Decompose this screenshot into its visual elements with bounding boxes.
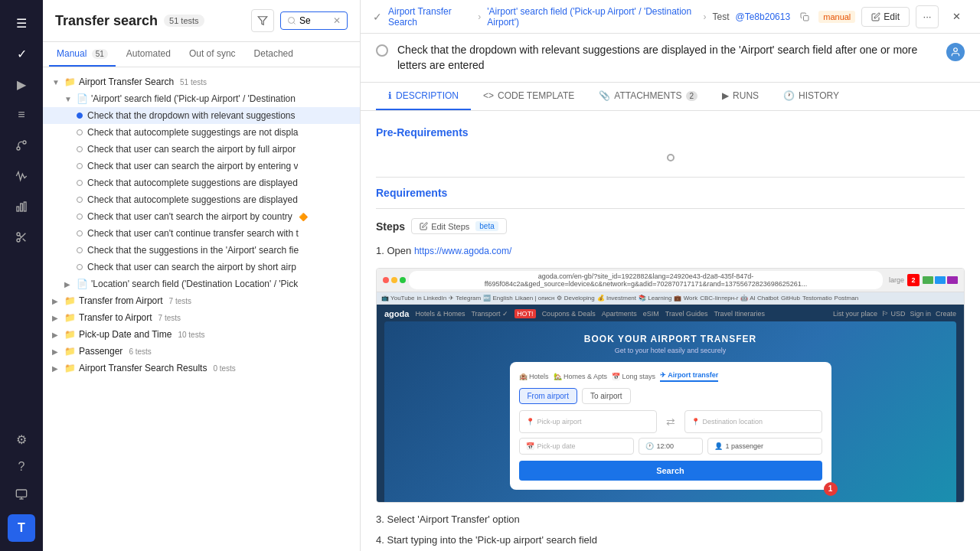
to-airport-tab[interactable]: To airport	[582, 388, 631, 404]
pre-requirements-title: Pre-Requirements	[376, 126, 965, 139]
tree-folder-to-airport[interactable]: ▶ 📁 Transfer to Airport 7 tests	[43, 309, 360, 326]
tab-code-template[interactable]: <> CODE TEMPLATE	[471, 83, 586, 110]
tree-item-autocomplete-2[interactable]: Check that autocomplete suggestions are …	[43, 191, 360, 208]
time-input[interactable]: 🕐12:00	[639, 438, 703, 455]
svg-rect-16	[803, 15, 808, 21]
test-no-country-label: Check that user can't search the airport…	[87, 211, 292, 222]
pickup-date-input[interactable]: 📅Pick-up date	[519, 438, 634, 455]
passenger-input[interactable]: 👤1 passenger	[707, 438, 822, 455]
tree-item-no-country[interactable]: Check that user can't search the airport…	[43, 208, 360, 225]
attachments-count: 2	[686, 91, 698, 101]
tab-out-of-sync[interactable]: Out of sync	[181, 42, 243, 67]
toolbar-learning: 📚 Learning	[639, 295, 671, 302]
edit-steps-label: Edit Steps	[431, 222, 469, 231]
tree-folder-passenger[interactable]: ▶ 📁 Passenger 6 tests	[43, 343, 360, 360]
tab-automated[interactable]: Automated	[119, 42, 178, 67]
tree-item-full-airport[interactable]: Check that user can search the airport b…	[43, 141, 360, 158]
tree-item-autocomplete-1[interactable]: Check that autocomplete suggestions are …	[43, 174, 360, 191]
toolbar-english: 🔤 English	[483, 295, 512, 302]
search-box[interactable]: ✕	[280, 11, 348, 30]
settings-icon[interactable]: ⚙	[8, 425, 35, 453]
tree-item-dropdown[interactable]: Check that the dropdown with relevant su…	[43, 107, 360, 124]
tab-runs[interactable]: ▶ RUNS	[710, 83, 771, 110]
edit-label: Edit	[884, 11, 900, 22]
from-airport-tab[interactable]: From airport	[519, 388, 577, 404]
help-icon[interactable]: ?	[8, 453, 35, 481]
tab-detached[interactable]: Detached	[247, 42, 301, 67]
tree-root-folder[interactable]: ▼ 📁 Airport Transfer Search 51 tests	[43, 73, 360, 90]
svg-point-17	[954, 48, 958, 52]
search-clear-button[interactable]: ✕	[333, 15, 341, 26]
search-input[interactable]	[299, 15, 330, 26]
tab-manual[interactable]: Manual 51	[49, 42, 116, 67]
svg-rect-3	[21, 204, 23, 211]
svg-line-15	[293, 22, 295, 24]
list-icon[interactable]: ≡	[8, 101, 35, 129]
check-icon[interactable]: ✓	[8, 40, 35, 67]
more-options-button[interactable]: ···	[916, 5, 939, 28]
breadcrumb-airport-search[interactable]: Airport Transfer Search	[388, 6, 472, 28]
copy-id-button[interactable]	[796, 8, 812, 26]
tree-item-suggestions[interactable]: Check that the suggestions in the 'Airpo…	[43, 242, 360, 259]
toolbar-developing: ⚙ Developing	[557, 295, 594, 302]
layers-icon[interactable]	[8, 481, 35, 508]
breadcrumb-field[interactable]: 'Airport' search field ('Pick-up Airport…	[487, 6, 697, 28]
destination-input[interactable]: 📍Destination location	[684, 410, 822, 433]
main-content: ✓ Airport Transfer Search › 'Airport' se…	[361, 0, 980, 551]
tree-subfolder-airport-search[interactable]: ▼ 📄 'Airport' search field ('Pick-up Air…	[43, 90, 360, 107]
toolbar-postman: Postman	[835, 295, 859, 302]
tree-folder-pickup-date[interactable]: ▶ 📁 Pick-up Date and Time 10 tests	[43, 326, 360, 343]
tab-history[interactable]: 🕐 HISTORY	[771, 83, 851, 110]
step-4-number: 4.	[376, 534, 387, 546]
svg-rect-4	[24, 202, 26, 211]
pickup-airport-input[interactable]: 📍Pick-up airport	[519, 410, 657, 433]
play-icon[interactable]: ▶	[8, 70, 35, 98]
runs-label: RUNS	[733, 90, 759, 101]
edit-button[interactable]: Edit	[861, 7, 910, 27]
svg-marker-13	[258, 17, 267, 25]
chart-icon[interactable]	[8, 193, 35, 220]
svg-point-0	[17, 147, 20, 150]
tree-item-autocomplete-not[interactable]: Check that autocomplete suggestings are …	[43, 124, 360, 141]
sidebar-tabs: Manual 51 Automated Out of sync Detached	[43, 42, 360, 67]
tab-description[interactable]: ℹ DESCRIPTION	[376, 83, 471, 110]
step-4-text: Start typing into the 'Pick-up airport' …	[387, 534, 597, 546]
test-autocomplete-not-label: Check that autocomplete suggestings are …	[87, 127, 299, 138]
steps-title: Steps	[376, 220, 405, 233]
breadcrumb-check-icon: ✓	[373, 11, 382, 23]
tree-item-entering[interactable]: Check that user can search the airport b…	[43, 158, 360, 174]
close-button[interactable]: ✕	[945, 5, 968, 28]
scissors-icon[interactable]	[8, 223, 35, 251]
breadcrumb-test-id: @Te8b20613	[736, 11, 791, 22]
step-3: 3. Select 'Airport Transfer' option	[376, 512, 965, 527]
test-radio[interactable]	[376, 44, 388, 57]
git-icon[interactable]	[8, 132, 35, 159]
tree-folder-results[interactable]: ▶ 📁 Airport Transfer Search Results 0 te…	[43, 360, 360, 377]
tree-subfolder-location[interactable]: ▶ 📄 'Location' search field ('Destinatio…	[43, 276, 360, 292]
agoda-hero-sub: Get to your hotel easily and securely	[392, 347, 949, 354]
attachments-label: ATTACHMENTS	[614, 90, 681, 101]
filter-button[interactable]	[251, 9, 274, 32]
menu-icon[interactable]: ☰	[8, 9, 35, 37]
tree-folder-from-airport[interactable]: ▶ 📁 Transfer from Airport 7 tests	[43, 292, 360, 309]
svg-rect-10	[16, 490, 26, 497]
edit-steps-button[interactable]: Edit Steps beta	[411, 218, 507, 234]
step-2-badge: 2	[907, 274, 920, 286]
search-button[interactable]: Search	[519, 461, 822, 481]
step-1: 1. Open https://www.agoda.com/	[376, 243, 965, 259]
tab-attachments[interactable]: 📎 ATTACHMENTS 2	[586, 83, 710, 110]
screenshot-large-label: large	[889, 276, 904, 284]
divider	[376, 177, 965, 178]
description-icon: ℹ	[388, 90, 392, 101]
svg-point-1	[23, 141, 26, 144]
subfolder-location-label: 'Location' search field ('Destination Lo…	[91, 279, 298, 289]
code-label: CODE TEMPLATE	[498, 90, 574, 101]
logo-icon: T	[8, 514, 35, 542]
toolbar-work: 💼 Work	[674, 295, 697, 302]
tree-item-no-continue[interactable]: Check that user can't continue transfer …	[43, 225, 360, 242]
step-1-link[interactable]: https://www.agoda.com/	[414, 246, 511, 256]
tree-item-short[interactable]: Check that user can search the airport b…	[43, 259, 360, 276]
waveform-icon[interactable]	[8, 162, 35, 190]
history-label: HISTORY	[799, 90, 839, 101]
manual-tag: manual	[818, 11, 855, 23]
